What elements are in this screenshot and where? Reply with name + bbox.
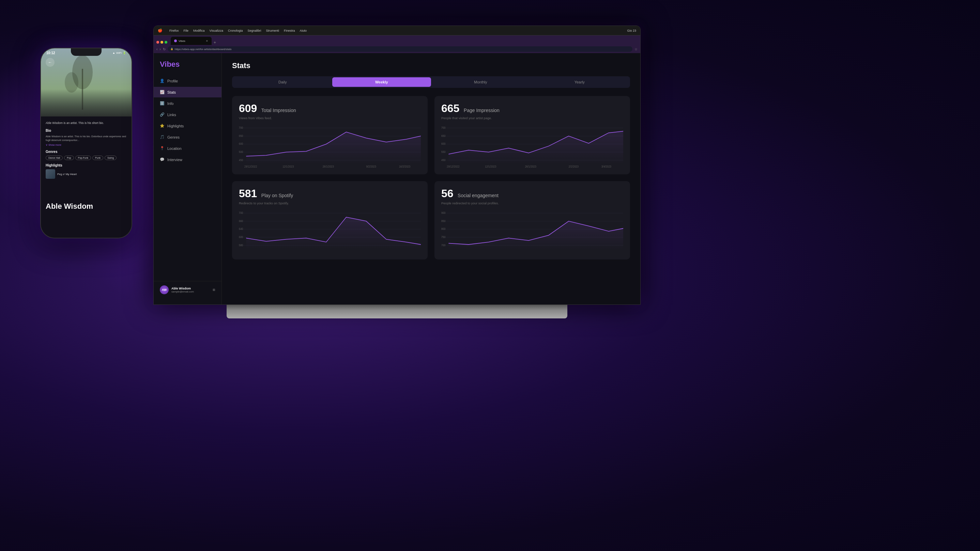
sidebar-user-info: Able Wisdom sample@email.com xyxy=(172,287,210,293)
sidebar-item-links[interactable]: 🔗 Links xyxy=(154,109,221,120)
stat-number-social: 56 xyxy=(441,187,453,200)
tab-yearly[interactable]: Yearly xyxy=(530,77,629,87)
stat-label-total: Total Impression xyxy=(261,108,296,113)
tab-label: Vibes xyxy=(178,40,185,43)
sidebar-label-stats: Stats xyxy=(167,90,176,94)
sidebar-expand-icon[interactable]: ⊞ xyxy=(213,288,215,292)
macos-menu-items: Firefox File Modifica Visualizza Cronolo… xyxy=(169,29,307,32)
tag-dance-hall[interactable]: Dance Hall xyxy=(46,156,63,160)
nav-back-button[interactable]: ‹ xyxy=(156,47,158,51)
tag-pop[interactable]: Pop xyxy=(64,156,73,160)
sidebar-item-stats[interactable]: 📈 Stats xyxy=(154,87,221,97)
macos-menu-bar: 🍎 Firefox File Modifica Visualizza Crono… xyxy=(154,26,640,35)
menu-modifica[interactable]: Modifica xyxy=(193,29,205,32)
address-bar[interactable]: 🔒 https://vibes-app.net/for-artists/dash… xyxy=(168,46,632,52)
sidebar: Vibes 👤 Profile 📈 Stats ℹ️ Info xyxy=(154,53,222,305)
sidebar-avatar: AW xyxy=(160,285,169,294)
sidebar-logo[interactable]: Vibes xyxy=(154,60,221,76)
window-minimize-button[interactable] xyxy=(161,41,163,44)
sidebar-label-info: Info xyxy=(167,102,173,106)
menu-cronologia[interactable]: Cronologia xyxy=(228,29,243,32)
svg-text:640: 640 xyxy=(239,227,243,230)
stat-header-spotify: 581 Play on Spotify xyxy=(239,187,421,200)
sidebar-item-highlights[interactable]: ⭐ Highlights xyxy=(154,121,221,131)
sidebar-item-profile[interactable]: 👤 Profile xyxy=(154,76,221,86)
sidebar-label-location: Location xyxy=(167,146,181,151)
svg-marker-30 xyxy=(449,131,623,164)
macbook-screen: 🍎 Firefox File Modifica Visualizza Crono… xyxy=(153,25,641,305)
phone-short-bio: Able Wisdom is an artist. This is his sh… xyxy=(46,121,127,125)
svg-text:750: 750 xyxy=(441,236,446,239)
chart-page-impression: 700 650 600 550 450 29/12/2022 12/1/2023… xyxy=(441,124,623,168)
phone-bio-title: Bio xyxy=(46,129,127,132)
svg-text:700: 700 xyxy=(441,126,446,129)
tab-monthly[interactable]: Monthly xyxy=(431,77,530,87)
sidebar-item-info[interactable]: ℹ️ Info xyxy=(154,98,221,109)
sidebar-label-links: Links xyxy=(167,113,176,117)
phone-genres-title: Genres xyxy=(46,150,127,154)
browser-tab-vibes[interactable]: Vibes ✕ xyxy=(171,37,212,45)
stat-number-page: 665 xyxy=(441,102,459,114)
nav-forward-button[interactable]: › xyxy=(159,47,161,51)
svg-text:29/12/2022: 29/12/2022 xyxy=(447,165,459,168)
window-maximize-button[interactable] xyxy=(165,41,167,44)
tag-pop-funk[interactable]: Pop-Funk xyxy=(75,156,91,160)
menu-file[interactable]: File xyxy=(184,29,189,32)
nav-refresh-button[interactable]: ↻ xyxy=(163,47,165,51)
phone-highlight-label: Peg o' My Heart xyxy=(57,173,77,176)
sidebar-item-interview[interactable]: 💬 Interview xyxy=(154,154,221,165)
stats-icon: 📈 xyxy=(160,90,165,94)
svg-text:16/2/2023: 16/2/2023 xyxy=(399,165,410,168)
info-icon: ℹ️ xyxy=(160,101,165,106)
macbook-mockup: 🍎 Firefox File Modifica Visualizza Crono… xyxy=(153,25,641,305)
sidebar-item-location[interactable]: 📍 Location xyxy=(154,143,221,154)
svg-marker-14 xyxy=(246,132,421,165)
svg-text:550: 550 xyxy=(441,151,446,154)
stat-number-total: 609 xyxy=(239,102,257,114)
phone-back-button[interactable]: ← xyxy=(46,58,54,67)
stats-grid: 609 Total Impression Views from Vibes fe… xyxy=(232,96,630,259)
tab-daily[interactable]: Daily xyxy=(233,77,332,87)
window-close-button[interactable] xyxy=(156,41,159,44)
tag-punk[interactable]: Punk xyxy=(92,156,103,160)
menu-finestra[interactable]: Finestra xyxy=(284,29,295,32)
profile-icon: 👤 xyxy=(160,79,165,83)
svg-text:650: 650 xyxy=(441,134,446,137)
menu-strumenti[interactable]: Strumenti xyxy=(266,29,279,32)
menu-segnalibri[interactable]: Segnalibri xyxy=(247,29,261,32)
main-content: Stats Daily Weekly Monthly Yearly 609 To… xyxy=(222,53,640,305)
interview-icon: 💬 xyxy=(160,157,165,162)
tag-swing[interactable]: Swing xyxy=(105,156,116,160)
svg-text:26/1/2023: 26/1/2023 xyxy=(323,165,334,168)
sidebar-label-profile: Profile xyxy=(167,79,178,83)
nav-bookmark-button[interactable]: ☆ xyxy=(635,47,638,51)
browser-tabs-bar: Vibes ✕ + xyxy=(154,35,640,45)
new-tab-button[interactable]: + xyxy=(214,40,216,45)
phone-mockup: 10:12 ▲ WiFi 🔋 xyxy=(40,48,132,238)
chart-social: 900 850 800 750 700 xyxy=(441,209,623,253)
svg-text:800: 800 xyxy=(441,227,446,230)
sidebar-item-genres[interactable]: 🎵 Genres xyxy=(154,132,221,142)
tab-close-icon[interactable]: ✕ xyxy=(206,40,208,43)
app-layout: Vibes 👤 Profile 📈 Stats ℹ️ Info xyxy=(154,53,640,305)
svg-point-3 xyxy=(65,72,78,93)
svg-text:600: 600 xyxy=(239,236,243,239)
svg-marker-57 xyxy=(449,221,623,249)
stat-label-spotify: Play on Spotify xyxy=(261,193,293,198)
svg-text:700: 700 xyxy=(239,126,243,129)
menu-aiuto[interactable]: Aiuto xyxy=(300,29,307,32)
phone-highlight-item[interactable]: Peg o' My Heart xyxy=(46,169,127,179)
menu-firefox[interactable]: Firefox xyxy=(169,29,179,32)
tab-weekly[interactable]: Weekly xyxy=(332,77,431,87)
menu-visualizza[interactable]: Visualizza xyxy=(210,29,223,32)
svg-text:12/1/2023: 12/1/2023 xyxy=(485,165,496,168)
page-title: Stats xyxy=(232,61,630,70)
phone-show-more-button[interactable]: ∨ Show more xyxy=(46,143,127,146)
svg-text:900: 900 xyxy=(441,211,446,214)
apple-icon[interactable]: 🍎 xyxy=(158,28,162,33)
stat-desc-total: Views from Vibes feed. xyxy=(239,116,421,120)
stat-desc-spotify: Redirects to your tracks on Spotify. xyxy=(239,201,421,205)
stat-label-social: Social engagement xyxy=(458,193,498,198)
stat-header-total: 609 Total Impression xyxy=(239,102,421,115)
svg-text:850: 850 xyxy=(441,219,446,222)
